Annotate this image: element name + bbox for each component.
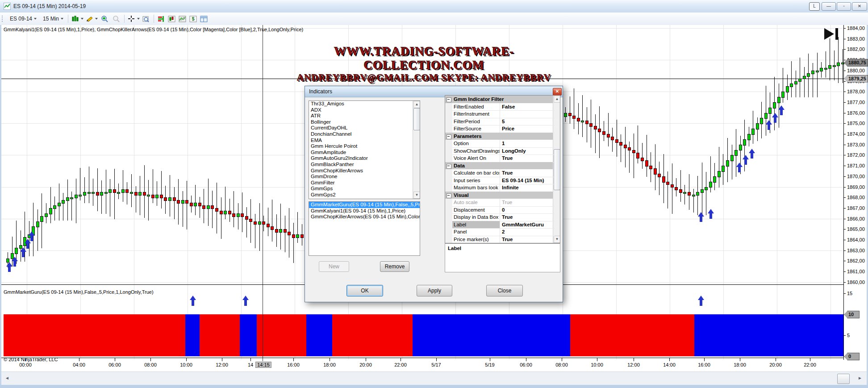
indicator-list-item[interactable]: DonchianChannel	[309, 131, 420, 138]
property-row[interactable]: Display in Data BoxTrue	[445, 213, 553, 221]
indicator-list-item[interactable]: GmmGps	[309, 186, 420, 192]
new-button[interactable]: New	[319, 261, 349, 272]
property-value[interactable]: LongOnly	[500, 147, 555, 155]
indicator-list-item[interactable]: GmmAutoGuru2Indicator	[309, 155, 420, 162]
configured-indicators-list[interactable]: GmmMarketGuru(ES 09-14 (15 Min),False,,5…	[309, 201, 420, 256]
apply-button[interactable]: Apply	[417, 285, 452, 296]
restore-button[interactable]: ▫	[837, 2, 851, 11]
property-value[interactable]: True	[500, 154, 555, 163]
property-row[interactable]: Auto scaleTrue	[445, 199, 553, 206]
zoom-in-button[interactable]	[101, 14, 108, 23]
dollar-button[interactable]: $	[189, 14, 197, 23]
grid-button[interactable]	[200, 14, 208, 23]
property-row[interactable]: ShowChartDrawingsLongOnly	[445, 147, 553, 155]
property-row[interactable]: Panel2	[445, 228, 553, 236]
property-section-header[interactable]: Data	[445, 162, 553, 170]
configured-indicator-item[interactable]: GmmMarketGuru(ES 09-14 (15 Min),False,,5…	[309, 202, 420, 208]
property-value[interactable]: False	[500, 103, 555, 111]
indicator-list-item[interactable]: ATR	[309, 113, 420, 119]
bars-type-button[interactable]	[71, 14, 83, 23]
scrollbar-thumb[interactable]	[837, 374, 850, 384]
property-section-header[interactable]: Gmm Indicator Filter	[445, 96, 553, 103]
property-value[interactable]: True	[500, 236, 555, 244]
remove-button[interactable]: Remove	[380, 261, 409, 272]
property-row[interactable]: FilterSourcePrice	[445, 125, 553, 133]
data-box-button[interactable]	[142, 14, 150, 23]
indicator-list-item[interactable]: Bollinger	[309, 119, 420, 125]
draw-button[interactable]	[86, 14, 98, 23]
indicator-list-item[interactable]: CurrentDayOHL	[309, 125, 420, 131]
zoom-out-button[interactable]	[113, 14, 120, 23]
link-button[interactable]: L	[809, 2, 820, 11]
indicator-list-item[interactable]: GmmDrone	[309, 174, 420, 180]
property-section-header[interactable]: Parameters	[445, 133, 553, 140]
scroll-left-icon[interactable]: ◄	[5, 375, 9, 380]
toolbar-grip[interactable]	[2, 16, 4, 22]
scroll-down-icon[interactable]: ▼	[554, 236, 560, 243]
property-row[interactable]: Calculate on bar closeTrue	[445, 169, 553, 177]
indicator-list-item[interactable]: Gmm Hercule Poirot	[309, 143, 420, 150]
ok-button[interactable]: OK	[346, 285, 383, 296]
available-list-scrollbar[interactable]: ▲ ▼	[413, 101, 420, 199]
dialog-close-button[interactable]: ✕	[553, 88, 562, 96]
property-row[interactable]: Option1	[445, 140, 553, 147]
configured-indicator-item[interactable]: GmmKalyani1(ES 09-14 (15 Min),1,Price)	[309, 208, 420, 214]
go-to-last-bar-icon[interactable]	[823, 27, 840, 42]
interval-dropdown[interactable]: 15 Min	[43, 14, 63, 23]
horizontal-scrollbar[interactable]: ◄ ►	[1, 371, 867, 385]
indicator-list-item[interactable]: GmmBlackPanther	[309, 162, 420, 168]
property-row[interactable]: LabelGmmMarketGuru	[445, 221, 553, 229]
scroll-right-icon[interactable]: ►	[858, 375, 862, 380]
collapse-icon[interactable]	[447, 134, 451, 139]
property-row[interactable]: FilterPeriod5	[445, 118, 553, 125]
indicator-list-item[interactable]: EMA	[309, 138, 420, 144]
property-section-header[interactable]: Visual	[445, 192, 553, 199]
property-row[interactable]: Displacement0	[445, 206, 553, 214]
collapse-icon[interactable]	[447, 97, 451, 102]
property-row[interactable]: Maximum bars look backInfinite	[445, 184, 553, 192]
property-value[interactable]: ES 09-14 (15 Min)	[500, 177, 555, 185]
property-row[interactable]: Voice Alert OnTrue	[445, 154, 553, 162]
property-value[interactable]: GmmMarketGuru	[500, 221, 555, 229]
scroll-up-icon[interactable]: ▲	[554, 96, 560, 103]
minimize-button[interactable]: —	[822, 2, 836, 11]
indicator-list-item[interactable]: GmmChopKillerArrows	[309, 168, 420, 174]
property-row[interactable]: Input seriesES 09-14 (15 Min)	[445, 177, 553, 184]
scroll-up-icon[interactable]: ▲	[413, 101, 420, 108]
indicator-list-item[interactable]: GmmGps2	[309, 192, 420, 198]
close-button[interactable]: ✕	[852, 2, 867, 11]
property-value[interactable]	[500, 110, 555, 118]
indicator-list-item[interactable]: Thr33_Amigos	[309, 101, 420, 107]
property-grid[interactable]: ▲ ▼ Gmm Indicator FilterFilterEnabledFal…	[445, 95, 560, 243]
property-value[interactable]: True	[500, 213, 555, 221]
property-value[interactable]: 2	[500, 228, 555, 236]
property-value[interactable]: 1	[500, 140, 555, 148]
market-analyzer-button[interactable]	[157, 14, 165, 23]
indicators-dialog[interactable]: Indicators ✕ ▲ ▼ Thr33_AmigosADXATRBolli…	[305, 86, 563, 302]
indicator-list-item[interactable]: GmmAmplitude	[309, 150, 420, 156]
instrument-dropdown[interactable]: ES 09-14	[10, 14, 37, 23]
property-row[interactable]: Price marker(s)True	[445, 236, 553, 243]
title-bar[interactable]: ES 09-14 (15 Min) 2014-05-19 L — ▫ ✕	[0, 0, 868, 13]
property-value[interactable]: 0	[500, 206, 555, 214]
indicator-panel-button[interactable]	[179, 14, 186, 23]
property-value[interactable]: Price	[500, 125, 555, 133]
crosshair-button[interactable]	[128, 14, 140, 23]
property-value[interactable]: True	[500, 199, 555, 207]
chart-button[interactable]	[168, 14, 175, 23]
scrollbar-thumb[interactable]	[554, 149, 560, 190]
indicator-list-item[interactable]: GmmFilter	[309, 180, 420, 186]
scrollbar-thumb[interactable]	[413, 108, 420, 130]
configured-indicator-item[interactable]: GmmChopKillerArrows(ES 09-14 (15 Min),Co…	[309, 214, 420, 220]
property-value[interactable]: True	[500, 169, 555, 177]
property-value[interactable]: Infinite	[500, 184, 555, 192]
collapse-icon[interactable]	[447, 164, 451, 169]
property-value[interactable]: 5	[500, 118, 555, 126]
property-row[interactable]: FilterEnabledFalse	[445, 103, 553, 111]
scroll-down-icon[interactable]: ▼	[413, 192, 420, 199]
available-indicators-list[interactable]: ▲ ▼ Thr33_AmigosADXATRBollingerCurrentDa…	[309, 100, 420, 199]
collapse-icon[interactable]	[447, 193, 451, 198]
property-row[interactable]: FilterInstrument	[445, 110, 553, 118]
close-dialog-button[interactable]: Close	[486, 285, 523, 296]
indicator-list-item[interactable]: ADX	[309, 107, 420, 113]
